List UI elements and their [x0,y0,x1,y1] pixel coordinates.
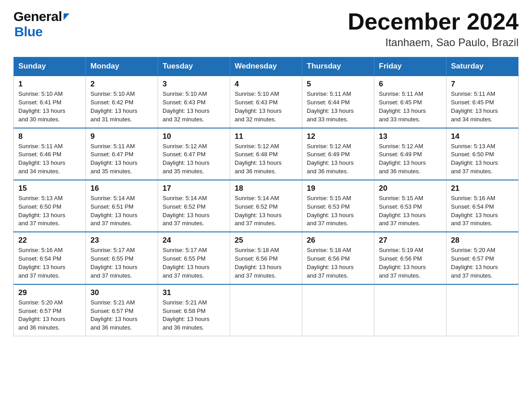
day-number: 14 [451,132,514,141]
day-info: Sunrise: 5:18 AMSunset: 6:56 PMDaylight:… [307,247,354,279]
day-info: Sunrise: 5:20 AMSunset: 6:57 PMDaylight:… [451,247,498,279]
logo-blue-text: Blue [14,24,43,39]
calendar-cell: 15 Sunrise: 5:13 AMSunset: 6:50 PMDaylig… [14,180,86,232]
day-info: Sunrise: 5:15 AMSunset: 6:53 PMDaylight:… [379,195,426,227]
calendar-cell: 5 Sunrise: 5:11 AMSunset: 6:44 PMDayligh… [302,76,374,128]
day-number: 31 [163,288,225,297]
day-number: 22 [18,236,81,245]
header-monday: Monday [86,57,158,76]
calendar-cell: 13 Sunrise: 5:12 AMSunset: 6:49 PMDaylig… [374,128,446,180]
logo: General Blue [13,9,69,39]
day-info: Sunrise: 5:15 AMSunset: 6:53 PMDaylight:… [307,195,354,227]
calendar-cell: 22 Sunrise: 5:16 AMSunset: 6:54 PMDaylig… [14,232,86,284]
day-info: Sunrise: 5:14 AMSunset: 6:52 PMDaylight:… [163,195,210,227]
day-number: 8 [18,132,81,141]
day-info: Sunrise: 5:21 AMSunset: 6:58 PMDaylight:… [163,299,210,331]
calendar-cell: 30 Sunrise: 5:21 AMSunset: 6:57 PMDaylig… [86,284,158,336]
day-info: Sunrise: 5:14 AMSunset: 6:52 PMDaylight:… [235,195,282,227]
page-header: General Blue December 2024 Itanhaem, Sao… [13,9,519,49]
calendar-cell: 7 Sunrise: 5:11 AMSunset: 6:45 PMDayligh… [446,76,519,128]
calendar-cell: 21 Sunrise: 5:16 AMSunset: 6:54 PMDaylig… [446,180,519,232]
day-number: 11 [235,132,297,141]
logo-general-text: General [13,9,62,24]
calendar-week-row: 1 Sunrise: 5:10 AMSunset: 6:41 PMDayligh… [14,76,519,128]
day-number: 6 [379,80,442,89]
day-number: 19 [307,184,369,193]
day-number: 17 [163,184,225,193]
calendar-cell: 3 Sunrise: 5:10 AMSunset: 6:43 PMDayligh… [158,76,230,128]
calendar-week-row: 22 Sunrise: 5:16 AMSunset: 6:54 PMDaylig… [14,232,519,284]
day-number: 21 [451,184,514,193]
day-number: 26 [307,236,369,245]
calendar-cell: 24 Sunrise: 5:17 AMSunset: 6:55 PMDaylig… [158,232,230,284]
day-number: 7 [451,80,514,89]
calendar-cell: 14 Sunrise: 5:13 AMSunset: 6:50 PMDaylig… [446,128,519,180]
day-number: 18 [235,184,297,193]
day-info: Sunrise: 5:16 AMSunset: 6:54 PMDaylight:… [18,247,65,279]
calendar-cell: 25 Sunrise: 5:18 AMSunset: 6:56 PMDaylig… [230,232,302,284]
day-number: 3 [163,80,225,89]
day-number: 13 [379,132,442,141]
calendar-cell: 18 Sunrise: 5:14 AMSunset: 6:52 PMDaylig… [230,180,302,232]
location-subtitle: Itanhaem, Sao Paulo, Brazil [348,36,519,49]
calendar-week-row: 29 Sunrise: 5:20 AMSunset: 6:57 PMDaylig… [14,284,519,336]
calendar-cell: 4 Sunrise: 5:10 AMSunset: 6:43 PMDayligh… [230,76,302,128]
day-number: 15 [18,184,81,193]
header-tuesday: Tuesday [158,57,230,76]
day-info: Sunrise: 5:12 AMSunset: 6:49 PMDaylight:… [379,143,426,175]
logo-triangle-icon [64,13,69,20]
calendar-cell: 2 Sunrise: 5:10 AMSunset: 6:42 PMDayligh… [86,76,158,128]
day-info: Sunrise: 5:10 AMSunset: 6:42 PMDaylight:… [90,90,137,123]
month-year-title: December 2024 [348,9,519,34]
title-block: December 2024 Itanhaem, Sao Paulo, Brazi… [348,9,519,49]
day-info: Sunrise: 5:19 AMSunset: 6:56 PMDaylight:… [379,247,426,279]
day-number: 24 [163,236,225,245]
day-info: Sunrise: 5:11 AMSunset: 6:46 PMDaylight:… [18,143,65,175]
day-number: 30 [90,288,153,297]
day-number: 27 [379,236,442,245]
day-info: Sunrise: 5:12 AMSunset: 6:47 PMDaylight:… [163,143,210,175]
calendar-cell: 8 Sunrise: 5:11 AMSunset: 6:46 PMDayligh… [14,128,86,180]
day-info: Sunrise: 5:14 AMSunset: 6:51 PMDaylight:… [90,195,137,227]
day-number: 10 [163,132,225,141]
calendar-cell: 23 Sunrise: 5:17 AMSunset: 6:55 PMDaylig… [86,232,158,284]
calendar-cell: 9 Sunrise: 5:11 AMSunset: 6:47 PMDayligh… [86,128,158,180]
day-info: Sunrise: 5:16 AMSunset: 6:54 PMDaylight:… [451,195,498,227]
day-number: 5 [307,80,369,89]
day-number: 9 [90,132,153,141]
day-number: 29 [18,288,81,297]
calendar-cell [374,284,446,336]
day-number: 16 [90,184,153,193]
day-number: 20 [379,184,442,193]
calendar-cell: 17 Sunrise: 5:14 AMSunset: 6:52 PMDaylig… [158,180,230,232]
calendar-cell: 1 Sunrise: 5:10 AMSunset: 6:41 PMDayligh… [14,76,86,128]
day-info: Sunrise: 5:10 AMSunset: 6:43 PMDaylight:… [163,90,210,123]
calendar-cell [230,284,302,336]
calendar-header-row: Sunday Monday Tuesday Wednesday Thursday… [14,57,519,76]
header-saturday: Saturday [446,57,519,76]
calendar-cell: 6 Sunrise: 5:11 AMSunset: 6:45 PMDayligh… [374,76,446,128]
calendar-cell: 27 Sunrise: 5:19 AMSunset: 6:56 PMDaylig… [374,232,446,284]
day-number: 4 [235,80,297,89]
calendar-cell: 28 Sunrise: 5:20 AMSunset: 6:57 PMDaylig… [446,232,519,284]
calendar-cell: 26 Sunrise: 5:18 AMSunset: 6:56 PMDaylig… [302,232,374,284]
day-number: 23 [90,236,153,245]
day-info: Sunrise: 5:11 AMSunset: 6:47 PMDaylight:… [90,143,137,175]
day-number: 1 [18,80,81,89]
calendar-cell: 11 Sunrise: 5:12 AMSunset: 6:48 PMDaylig… [230,128,302,180]
day-info: Sunrise: 5:13 AMSunset: 6:50 PMDaylight:… [451,143,498,175]
header-wednesday: Wednesday [230,57,302,76]
day-info: Sunrise: 5:17 AMSunset: 6:55 PMDaylight:… [163,247,210,279]
day-info: Sunrise: 5:12 AMSunset: 6:49 PMDaylight:… [307,143,354,175]
calendar-cell: 12 Sunrise: 5:12 AMSunset: 6:49 PMDaylig… [302,128,374,180]
day-info: Sunrise: 5:13 AMSunset: 6:50 PMDaylight:… [18,195,65,227]
calendar-cell: 29 Sunrise: 5:20 AMSunset: 6:57 PMDaylig… [14,284,86,336]
calendar-table: Sunday Monday Tuesday Wednesday Thursday… [13,57,519,336]
day-number: 12 [307,132,369,141]
day-info: Sunrise: 5:11 AMSunset: 6:44 PMDaylight:… [307,90,354,123]
day-number: 25 [235,236,297,245]
calendar-cell [446,284,519,336]
day-info: Sunrise: 5:18 AMSunset: 6:56 PMDaylight:… [235,247,282,279]
day-info: Sunrise: 5:17 AMSunset: 6:55 PMDaylight:… [90,247,137,279]
day-number: 2 [90,80,153,89]
